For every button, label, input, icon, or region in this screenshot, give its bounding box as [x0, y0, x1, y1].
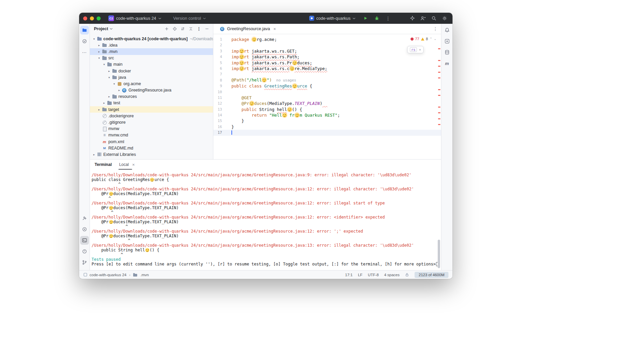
inspections-widget[interactable]: 77 8 ⌃ ⌄ — [409, 36, 438, 42]
close-tab-button[interactable]: ✕ — [273, 27, 276, 31]
ai-assistant-button[interactable] — [408, 14, 416, 22]
editor-line[interactable]: 9public class GreetingResurce { — [213, 83, 441, 89]
tree-item[interactable]: ▸resources — [90, 94, 213, 100]
error-stripe-mark[interactable] — [438, 77, 440, 78]
tree-chevron-icon[interactable]: ▸ — [107, 69, 111, 73]
tree-item[interactable]: ▾org.acme — [90, 80, 213, 87]
cursor-position[interactable]: 17:1 — [345, 273, 353, 277]
ai-assistant-toolwindow-button[interactable] — [443, 37, 451, 46]
error-stripe-mark[interactable] — [438, 72, 440, 73]
tree-chevron-icon[interactable]: ▾ — [97, 56, 101, 60]
lock-icon[interactable] — [405, 273, 409, 277]
editor[interactable]: 1package rg.acme;23imprt jakarta.ws.rs.G… — [213, 34, 441, 159]
editor-line[interactable]: 7 — [213, 71, 441, 77]
terminal-title[interactable]: Terminal — [95, 162, 112, 170]
tree-chevron-icon[interactable]: ▸ — [92, 153, 96, 156]
terminal-output[interactable]: ^/Users/holly/Downloads/code-with-quarku… — [90, 170, 441, 270]
locate-file-button[interactable] — [171, 25, 178, 32]
editor-line[interactable]: 4imprt jakarta.ws.rs.Path; — [213, 54, 441, 60]
tree-chevron-icon[interactable]: ▸ — [97, 50, 101, 53]
more-actions-button[interactable]: ⋮ — [384, 14, 392, 22]
tree-chevron-icon[interactable]: ▸ — [97, 44, 101, 47]
services-toolwindow-button[interactable] — [80, 225, 89, 234]
tree-item[interactable]: ▾src — [90, 55, 213, 61]
project-toolwindow-button[interactable] — [80, 26, 89, 35]
tree-item[interactable]: ▸docker — [90, 68, 213, 74]
close-hint-button[interactable]: ✕ — [419, 48, 421, 51]
notifications-button[interactable] — [443, 26, 451, 35]
editor-line[interactable]: 1package rg.acme; — [213, 37, 441, 42]
tree-item[interactable]: ▸test — [90, 100, 213, 106]
terminal-tab-local[interactable]: Local ✕ — [119, 162, 135, 170]
breadcrumb-project[interactable]: code-with-quarkus 24 — [90, 273, 126, 277]
invite-user-button[interactable] — [419, 14, 427, 22]
settings-button[interactable] — [440, 14, 448, 22]
prev-problem-button[interactable]: ⌃ — [430, 37, 432, 41]
tree-item[interactable]: ▸target — [90, 106, 213, 113]
editor-line[interactable]: 13 public String hell() { — [213, 107, 441, 112]
tree-item[interactable]: ▸External Libraries — [90, 151, 213, 158]
tree-item[interactable]: ▸CGreetingResource.java — [90, 87, 213, 94]
editor-line[interactable]: 12 @Prduces(MediaType.TEXT_PLAIN) — [213, 101, 441, 106]
close-window-button[interactable] — [83, 16, 87, 20]
editor-hint-popup[interactable]: rs ✕ — [407, 46, 424, 53]
problems-toolwindow-button[interactable] — [80, 247, 89, 256]
tree-chevron-icon[interactable]: ▾ — [112, 82, 116, 85]
error-stripe-mark[interactable] — [438, 124, 440, 125]
error-stripe-mark[interactable] — [438, 118, 440, 119]
run-button[interactable] — [361, 14, 369, 22]
zoom-window-button[interactable] — [97, 16, 101, 20]
indent-style[interactable]: 4 spaces — [384, 273, 399, 277]
tree-chevron-icon[interactable]: ▾ — [107, 76, 111, 79]
editor-line[interactable]: 8@Path("/hell") no usages — [213, 77, 441, 83]
debug-button[interactable] — [373, 14, 381, 22]
memory-indicator[interactable]: 2123 of 4600M — [415, 272, 448, 278]
tree-item[interactable]: mpom.xml — [90, 138, 213, 145]
terminal-scrollbar[interactable] — [438, 240, 440, 268]
version-control-menu[interactable]: Version control — [171, 15, 209, 22]
tree-item[interactable]: .dockerignore — [90, 113, 213, 119]
maven-toolwindow-button[interactable]: m — [443, 59, 451, 68]
tree-chevron-icon[interactable]: ▾ — [92, 37, 96, 41]
file-encoding[interactable]: UTF-8 — [368, 273, 379, 277]
panel-options-button[interactable]: ⋮ — [196, 25, 202, 32]
tree-chevron-icon[interactable]: ▸ — [97, 108, 101, 111]
editor-line[interactable]: 17 — [213, 130, 441, 135]
breadcrumb-folder[interactable]: .mvn — [141, 273, 149, 277]
build-toolwindow-button[interactable] — [80, 214, 89, 223]
tree-item[interactable]: ▾main — [90, 61, 213, 68]
error-stripe-mark[interactable] — [438, 60, 440, 61]
tree-item[interactable]: ▾code-with-quarkus 24 [code-with-quarkus… — [90, 36, 213, 42]
next-problem-button[interactable]: ⌄ — [434, 37, 436, 41]
run-configuration-selector[interactable]: code-with-quarkus — [307, 15, 358, 22]
tab-greeting-resource[interactable]: C GreetingResource.java ✕ — [217, 24, 279, 34]
project-selector[interactable]: C2 code-with-quarkus 24 — [106, 14, 164, 22]
editor-line[interactable]: 11 @GET — [213, 95, 441, 101]
editor-line[interactable]: 14 return "Hell frm Quarkus REST"; — [213, 112, 441, 118]
tree-item[interactable]: ≡mvnw.cmd — [90, 132, 213, 138]
editor-line[interactable]: 6imprt jakarta.ws.rs.cre.MediaType; — [213, 66, 441, 71]
editor-line[interactable]: 10 — [213, 89, 441, 95]
tree-chevron-icon[interactable]: ▾ — [102, 63, 106, 66]
project-tree[interactable]: ▾code-with-quarkus 24 [code-with-quarkus… — [90, 34, 213, 159]
error-stripe-mark[interactable] — [438, 112, 440, 113]
tree-item[interactable]: MREADME.md — [90, 145, 213, 151]
error-stripe-mark[interactable] — [438, 48, 440, 49]
expand-all-button[interactable] — [179, 25, 186, 32]
error-stripe-mark[interactable] — [438, 89, 440, 90]
database-toolwindow-button[interactable] — [443, 48, 451, 57]
tree-item[interactable]: ▾java — [90, 74, 213, 80]
error-stripe-mark[interactable] — [438, 66, 440, 67]
hide-panel-button[interactable] — [204, 25, 210, 32]
terminal-toolwindow-button[interactable] — [80, 236, 89, 245]
close-terminal-tab-button[interactable]: ✕ — [132, 163, 135, 167]
editor-line[interactable]: 15 } — [213, 118, 441, 124]
tree-item[interactable]: mvnw — [90, 126, 213, 132]
tree-item[interactable]: ▸.mvn — [90, 48, 213, 55]
tree-chevron-icon[interactable]: ▸ — [117, 88, 121, 92]
tree-item[interactable]: .gitignore — [90, 119, 213, 125]
add-button[interactable] — [163, 25, 170, 32]
search-everywhere-button[interactable] — [430, 14, 438, 22]
editor-line[interactable]: 5imprt jakarta.ws.rs.Prduces; — [213, 60, 441, 66]
tree-chevron-icon[interactable]: ▸ — [107, 95, 111, 98]
